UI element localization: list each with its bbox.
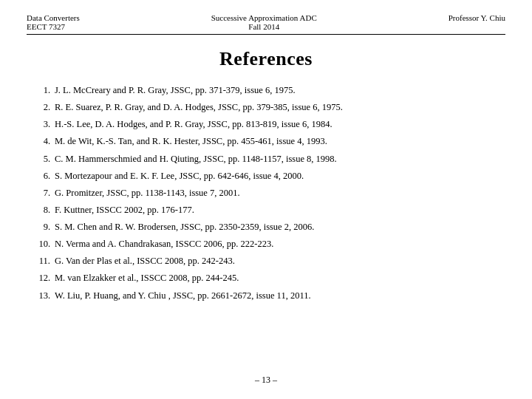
ref-text: N. Verma and A. Chandrakasan, ISSCC 2006… [55, 237, 505, 250]
list-item: 5.C. M. Hammerschmied and H. Qiuting, JS… [34, 152, 505, 166]
ref-number: 1. [34, 83, 55, 97]
ref-text: F. Kuttner, ISSCC 2002, pp. 176-177. [55, 203, 505, 216]
list-item: 1.J. L. McCreary and P. R. Gray, JSSC, p… [34, 83, 505, 97]
ref-text: W. Liu, P. Huang, and Y. Chiu , JSSC, pp… [55, 289, 505, 302]
ref-number: 7. [34, 186, 55, 200]
list-item: 2.R. E. Suarez, P. R. Gray, and D. A. Ho… [34, 100, 505, 114]
header-title-line1: Successive Approximation ADC [211, 13, 317, 22]
header-right: Professor Y. Chiu [449, 13, 505, 22]
ref-text: G. Promitzer, JSSC, pp. 1138-1143, issue… [55, 186, 505, 200]
ref-text: S. M. Chen and R. W. Brodersen, JSSC, pp… [55, 220, 505, 233]
ref-number: 5. [34, 152, 55, 166]
ref-number: 4. [34, 134, 55, 148]
professor-name: Professor Y. Chiu [449, 13, 505, 22]
ref-number: 10. [34, 237, 55, 250]
ref-text: M. de Wit, K.-S. Tan, and R. K. Hester, … [55, 134, 505, 148]
header: Data Converters EECT 7327 Successive App… [27, 13, 505, 35]
page-footer: – 13 – [27, 369, 505, 386]
ref-number: 2. [34, 100, 55, 114]
page: Data Converters EECT 7327 Successive App… [0, 0, 532, 399]
ref-text: M. van Elzakker et al., ISSCC 2008, pp. … [55, 271, 505, 284]
course-name: Data Converters [27, 13, 80, 22]
ref-number: 9. [34, 220, 55, 233]
list-item: 6.S. Mortezapour and E. K. F. Lee, JSSC,… [34, 169, 505, 183]
list-item: 7.G. Promitzer, JSSC, pp. 1138-1143, iss… [34, 186, 505, 200]
ref-text: G. Van der Plas et al., ISSCC 2008, pp. … [55, 254, 505, 267]
ref-text: H.-S. Lee, D. A. Hodges, and P. R. Gray,… [55, 117, 505, 131]
list-item: 10.N. Verma and A. Chandrakasan, ISSCC 2… [34, 237, 505, 250]
references-list: 1.J. L. McCreary and P. R. Gray, JSSC, p… [27, 83, 505, 369]
list-item: 4.M. de Wit, K.-S. Tan, and R. K. Hester… [34, 134, 505, 148]
list-item: 11.G. Van der Plas et al., ISSCC 2008, p… [34, 254, 505, 267]
ref-number: 3. [34, 117, 55, 131]
ref-text: R. E. Suarez, P. R. Gray, and D. A. Hodg… [55, 100, 505, 114]
header-left: Data Converters EECT 7327 [27, 13, 80, 31]
ref-text: C. M. Hammerschmied and H. Qiuting, JSSC… [55, 152, 505, 166]
course-code: EECT 7327 [27, 22, 80, 31]
ref-text: J. L. McCreary and P. R. Gray, JSSC, pp.… [55, 83, 505, 97]
page-title: References [27, 48, 505, 70]
ref-number: 8. [34, 203, 55, 216]
header-title-line2: Fall 2014 [211, 22, 317, 31]
list-item: 13.W. Liu, P. Huang, and Y. Chiu , JSSC,… [34, 289, 505, 302]
ref-text: S. Mortezapour and E. K. F. Lee, JSSC, p… [55, 169, 505, 183]
ref-number: 12. [34, 271, 55, 284]
header-center: Successive Approximation ADC Fall 2014 [211, 13, 317, 31]
list-item: 9.S. M. Chen and R. W. Brodersen, JSSC, … [34, 220, 505, 233]
list-item: 8.F. Kuttner, ISSCC 2002, pp. 176-177. [34, 203, 505, 216]
ref-number: 11. [34, 254, 55, 267]
list-item: 3.H.-S. Lee, D. A. Hodges, and P. R. Gra… [34, 117, 505, 131]
ref-number: 6. [34, 169, 55, 183]
ref-number: 13. [34, 289, 55, 302]
list-item: 12.M. van Elzakker et al., ISSCC 2008, p… [34, 271, 505, 284]
